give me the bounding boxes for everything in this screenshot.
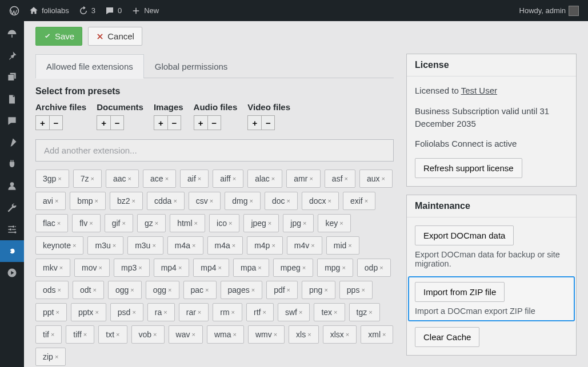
extension-remove-icon[interactable]: × bbox=[122, 220, 125, 227]
sidebar-item-media[interactable] bbox=[0, 67, 24, 88]
extension-remove-icon[interactable]: × bbox=[263, 309, 266, 316]
extension-remove-icon[interactable]: × bbox=[57, 220, 61, 227]
extension-remove-icon[interactable]: × bbox=[205, 287, 209, 293]
extension-remove-icon[interactable]: × bbox=[210, 197, 213, 204]
sidebar-item-comments[interactable] bbox=[0, 110, 24, 132]
extension-remove-icon[interactable]: × bbox=[93, 287, 96, 293]
extension-remove-icon[interactable]: × bbox=[173, 197, 177, 204]
preset-remove-button[interactable]: − bbox=[110, 115, 124, 130]
sidebar-item-docman[interactable] bbox=[0, 240, 24, 262]
extension-remove-icon[interactable]: × bbox=[55, 309, 59, 316]
extension-remove-icon[interactable]: × bbox=[287, 197, 290, 204]
extension-remove-icon[interactable]: × bbox=[345, 175, 348, 182]
extension-remove-icon[interactable]: × bbox=[73, 242, 76, 249]
extension-remove-icon[interactable]: × bbox=[132, 197, 135, 204]
clear-cache-button[interactable]: Clear Cache bbox=[415, 327, 479, 347]
extension-remove-icon[interactable]: × bbox=[99, 264, 102, 271]
extension-remove-icon[interactable]: × bbox=[130, 287, 134, 293]
extension-remove-icon[interactable]: × bbox=[382, 175, 385, 182]
extension-remove-icon[interactable]: × bbox=[307, 331, 311, 338]
sidebar-item-users[interactable] bbox=[0, 175, 24, 197]
extension-remove-icon[interactable]: × bbox=[299, 309, 302, 316]
tab-1[interactable]: Global permissions bbox=[144, 54, 239, 78]
sidebar-item-posts[interactable] bbox=[0, 45, 24, 67]
sidebar-item-tools[interactable] bbox=[0, 197, 24, 219]
sidebar-item-appearance[interactable] bbox=[0, 132, 24, 154]
extension-remove-icon[interactable]: × bbox=[95, 197, 98, 204]
extension-remove-icon[interactable]: × bbox=[55, 353, 58, 360]
extension-remove-icon[interactable]: × bbox=[192, 242, 195, 249]
cancel-button[interactable]: Cancel bbox=[88, 27, 142, 46]
extension-remove-icon[interactable]: × bbox=[155, 220, 158, 227]
extension-remove-icon[interactable]: × bbox=[271, 242, 275, 249]
wp-logo[interactable] bbox=[5, 0, 24, 21]
extension-remove-icon[interactable]: × bbox=[342, 264, 345, 271]
extension-remove-icon[interactable]: × bbox=[303, 220, 306, 227]
extension-remove-icon[interactable]: × bbox=[138, 264, 142, 271]
extension-remove-icon[interactable]: × bbox=[153, 331, 157, 338]
extension-remove-icon[interactable]: × bbox=[163, 309, 167, 316]
sidebar-item-dashboard[interactable] bbox=[0, 23, 24, 45]
preset-remove-button[interactable]: − bbox=[49, 115, 63, 130]
extension-remove-icon[interactable]: × bbox=[382, 331, 386, 338]
extension-remove-icon[interactable]: × bbox=[361, 287, 365, 293]
sidebar-item-settings[interactable] bbox=[0, 219, 24, 240]
extension-remove-icon[interactable]: × bbox=[302, 264, 306, 271]
extension-remove-icon[interactable]: × bbox=[328, 197, 331, 204]
sidebar-item-plugins[interactable] bbox=[0, 154, 24, 175]
extension-remove-icon[interactable]: × bbox=[116, 331, 119, 338]
extension-remove-icon[interactable]: × bbox=[113, 242, 116, 249]
extension-remove-icon[interactable]: × bbox=[334, 309, 337, 316]
extension-remove-icon[interactable]: × bbox=[178, 264, 182, 271]
extension-remove-icon[interactable]: × bbox=[233, 175, 236, 182]
extension-remove-icon[interactable]: × bbox=[258, 264, 261, 271]
preset-remove-button[interactable]: − bbox=[167, 115, 181, 130]
extension-remove-icon[interactable]: × bbox=[379, 264, 383, 271]
preset-add-button[interactable]: + bbox=[194, 115, 207, 130]
extension-remove-icon[interactable]: × bbox=[250, 197, 253, 204]
account-link[interactable]: Howdy, admin bbox=[515, 0, 583, 21]
site-link[interactable]: foliolabs bbox=[24, 0, 74, 21]
preset-add-button[interactable]: + bbox=[154, 115, 167, 130]
extension-remove-icon[interactable]: × bbox=[51, 331, 54, 338]
extension-remove-icon[interactable]: × bbox=[232, 242, 235, 249]
extension-remove-icon[interactable]: × bbox=[274, 331, 277, 338]
extension-remove-icon[interactable]: × bbox=[55, 197, 58, 204]
extension-remove-icon[interactable]: × bbox=[191, 331, 195, 338]
extension-remove-icon[interactable]: × bbox=[348, 242, 351, 249]
extension-remove-icon[interactable]: × bbox=[231, 309, 235, 316]
preset-add-button[interactable]: + bbox=[97, 115, 110, 130]
extension-remove-icon[interactable]: × bbox=[287, 287, 290, 293]
license-user-link[interactable]: Test User bbox=[461, 86, 497, 95]
extension-remove-icon[interactable]: × bbox=[233, 331, 236, 338]
extension-remove-icon[interactable]: × bbox=[83, 331, 87, 338]
extension-remove-icon[interactable]: × bbox=[152, 242, 155, 249]
extension-remove-icon[interactable]: × bbox=[311, 242, 314, 249]
extension-remove-icon[interactable]: × bbox=[309, 175, 313, 182]
extension-remove-icon[interactable]: × bbox=[95, 309, 98, 316]
extension-remove-icon[interactable]: × bbox=[165, 175, 169, 182]
extension-remove-icon[interactable]: × bbox=[346, 331, 349, 338]
extension-remove-icon[interactable]: × bbox=[58, 287, 61, 293]
extension-remove-icon[interactable]: × bbox=[251, 287, 255, 293]
extension-remove-icon[interactable]: × bbox=[369, 309, 372, 316]
extension-remove-icon[interactable]: × bbox=[365, 197, 368, 204]
extension-remove-icon[interactable]: × bbox=[194, 220, 198, 227]
extension-remove-icon[interactable]: × bbox=[339, 220, 343, 227]
extension-remove-icon[interactable]: × bbox=[218, 264, 222, 271]
extension-remove-icon[interactable]: × bbox=[128, 175, 131, 182]
sidebar-item-pages[interactable] bbox=[0, 88, 24, 110]
extension-remove-icon[interactable]: × bbox=[132, 309, 135, 316]
preset-add-button[interactable]: + bbox=[35, 115, 49, 130]
preset-add-button[interactable]: + bbox=[247, 115, 261, 130]
extension-remove-icon[interactable]: × bbox=[268, 220, 271, 227]
preset-remove-button[interactable]: − bbox=[261, 115, 275, 130]
extension-remove-icon[interactable]: × bbox=[229, 220, 232, 227]
preset-remove-button[interactable]: − bbox=[207, 115, 221, 130]
comments-link[interactable]: 0 bbox=[100, 0, 126, 21]
extension-remove-icon[interactable]: × bbox=[89, 220, 93, 227]
extension-remove-icon[interactable]: × bbox=[91, 175, 94, 182]
extension-remove-icon[interactable]: × bbox=[198, 175, 201, 182]
extension-remove-icon[interactable]: × bbox=[168, 287, 171, 293]
save-button[interactable]: Save bbox=[35, 27, 82, 46]
